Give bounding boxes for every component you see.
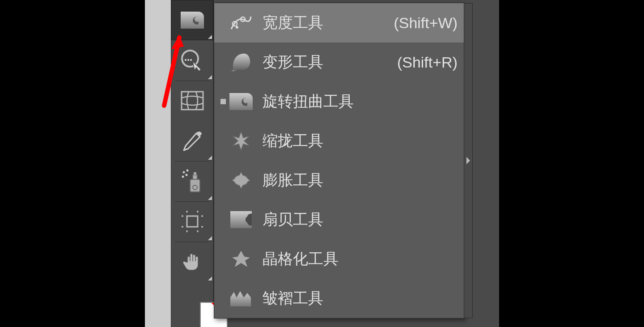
eyedropper-tool[interactable] — [171, 121, 213, 161]
crystallize-icon — [229, 248, 253, 270]
canvas-background — [145, 0, 171, 327]
svg-point-12 — [182, 176, 184, 178]
symbol-sprayer-tool[interactable] — [171, 161, 213, 201]
svg-point-16 — [236, 26, 238, 29]
scallop-tool-item[interactable]: 扇贝工具 — [214, 200, 464, 239]
svg-point-17 — [234, 175, 248, 186]
svg-point-1 — [185, 59, 186, 61]
bloat-tool-item[interactable]: 膨胀工具 — [214, 161, 464, 200]
svg-point-3 — [190, 59, 192, 61]
width-icon — [229, 13, 253, 33]
tool-label: 宽度工具 — [263, 13, 323, 33]
hand-tool[interactable] — [171, 242, 213, 282]
tool-label: 膨胀工具 — [263, 170, 323, 191]
warp-icon — [230, 52, 252, 72]
artboard-icon — [181, 210, 204, 233]
twirl-icon — [180, 11, 205, 30]
free-transform-icon — [179, 49, 205, 72]
svg-rect-13 — [187, 216, 198, 227]
twirl-tool-item[interactable]: 旋转扭曲工具 — [214, 82, 464, 121]
pucker-tool-item[interactable]: 缩拢工具 — [214, 121, 464, 161]
warp-tool-item[interactable]: 变形工具 (Shift+R) — [214, 42, 464, 82]
tool-label: 晶格化工具 — [263, 249, 339, 269]
twirl-icon — [229, 92, 254, 111]
selected-indicator — [219, 99, 228, 104]
free-transform-tool[interactable] — [171, 40, 213, 81]
wrinkle-icon — [229, 289, 253, 307]
svg-point-9 — [183, 171, 185, 174]
flyout-indicator-icon — [208, 35, 212, 39]
eyedropper-icon — [181, 130, 203, 152]
sprayer-icon — [180, 169, 204, 194]
wrinkle-tool-item[interactable]: 皱褶工具 — [214, 279, 464, 318]
flyout-indicator-icon — [208, 236, 212, 240]
warp-tools-flyout: 宽度工具 (Shift+W) 变形工具 (Shift+R) — [214, 3, 464, 319]
svg-point-2 — [187, 59, 189, 61]
tool-label: 变形工具 — [263, 52, 323, 72]
flyout-indicator-icon — [208, 196, 212, 200]
crystallize-tool-item[interactable]: 晶格化工具 — [214, 239, 464, 279]
svg-rect-4 — [182, 92, 203, 110]
mesh-icon — [181, 91, 204, 110]
scallop-icon — [229, 210, 253, 229]
tools-panel — [171, 0, 214, 327]
svg-rect-8 — [194, 172, 196, 175]
svg-rect-7 — [193, 175, 197, 179]
tool-label: 扇贝工具 — [263, 209, 323, 230]
tool-label: 缩拢工具 — [263, 131, 323, 151]
flyout-indicator-icon — [208, 156, 212, 160]
screenshot-region: 宽度工具 (Shift+W) 变形工具 (Shift+R) — [145, 0, 499, 327]
svg-point-10 — [186, 170, 189, 172]
twirl-tool[interactable] — [171, 0, 213, 40]
pucker-icon — [230, 130, 252, 152]
artboard-tool[interactable] — [171, 201, 213, 242]
tool-label: 皱褶工具 — [263, 288, 323, 309]
tool-shortcut: (Shift+R) — [397, 54, 458, 71]
tearoff-handle[interactable] — [464, 3, 473, 318]
tool-label: 旋转扭曲工具 — [263, 91, 354, 112]
flyout-indicator-icon — [208, 75, 212, 79]
width-tool-item[interactable]: 宽度工具 (Shift+W) — [214, 3, 464, 42]
mesh-tool[interactable] — [171, 81, 213, 121]
tool-shortcut: (Shift+W) — [394, 14, 458, 32]
bloat-icon — [229, 170, 253, 190]
hand-icon — [181, 251, 203, 273]
flyout-indicator-icon — [208, 276, 212, 280]
svg-point-11 — [186, 174, 188, 176]
